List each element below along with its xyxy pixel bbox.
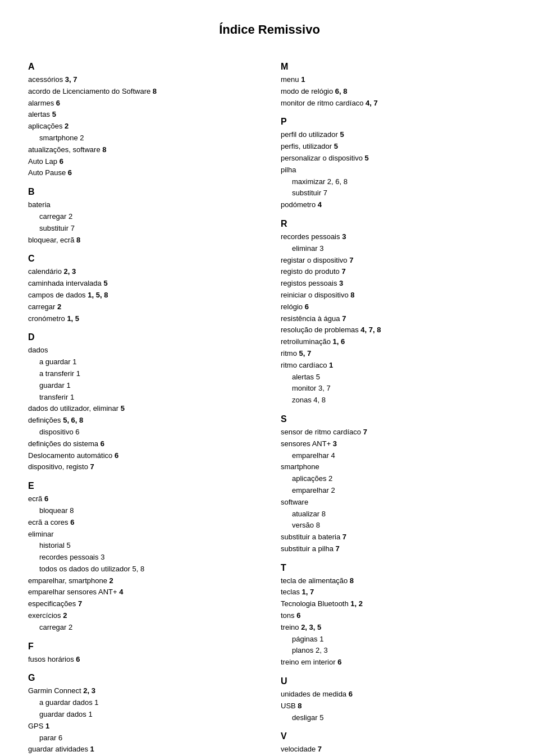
page-container: Índice Remissivo Aacessórios 3, 7acordo …	[0, 0, 539, 756]
index-item: carregar 2	[28, 622, 258, 634]
section-letter-f: F	[28, 642, 258, 652]
page-nums: 2, 3	[64, 267, 76, 276]
index-item: reiniciar o dispositivo 8	[281, 290, 511, 301]
page-nums: 7	[323, 189, 327, 197]
index-item: calendário 2, 3	[28, 266, 258, 278]
page-nums: 7	[336, 544, 340, 553]
index-item: perfil do utilizador 5	[281, 129, 511, 141]
page-nums: 1, 7	[302, 588, 314, 596]
page-nums: 3, 7	[65, 75, 77, 84]
page-nums: 1	[319, 635, 323, 643]
index-item: desligar 5	[281, 712, 511, 724]
index-item: caminhada intervalada 5	[28, 278, 258, 290]
index-item: alarmes 6	[28, 98, 258, 109]
index-item: retroiluminação 1, 6	[281, 336, 511, 348]
index-item: emparelhar sensores ANT+ 4	[28, 587, 258, 598]
page-nums: 2	[328, 474, 332, 483]
index-item: sensor de ritmo cardíaco 7	[281, 427, 511, 438]
page-nums: 5	[66, 541, 70, 549]
index-item: maximizar 2, 6, 8	[281, 176, 511, 188]
page-nums: 1	[90, 745, 94, 753]
page-nums: 2	[63, 611, 67, 620]
index-item: modo de relógio 6, 8	[281, 86, 511, 98]
page-nums: 6	[75, 428, 79, 436]
index-item: alertas 5	[28, 109, 258, 121]
index-item: emparelhar, smartphone 2	[28, 575, 258, 587]
page-nums: 5	[316, 373, 320, 381]
page-nums: 1	[66, 381, 70, 390]
page-nums: 6	[305, 303, 309, 311]
index-item: transferir 1	[28, 392, 258, 404]
section-letter-r: R	[281, 219, 511, 229]
page-nums: 6	[337, 658, 341, 666]
page-nums: 3	[342, 232, 346, 241]
index-item: a transferir 1	[28, 368, 258, 380]
page-nums: 2	[68, 623, 72, 631]
index-item: cronómetro 1, 5	[28, 313, 258, 325]
index-item: personalizar o dispositivo 5	[281, 153, 511, 164]
index-item: substituir a bateria 7	[281, 532, 511, 543]
index-item: zonas 4, 8	[281, 395, 511, 406]
page-nums: 5	[52, 110, 56, 118]
index-item: Auto Pause 6	[28, 167, 258, 179]
index-item: historial 5	[28, 540, 258, 552]
index-item: Garmin Connect 2, 3	[28, 685, 258, 697]
page-nums: 2	[65, 122, 68, 130]
index-item: eliminar 3	[281, 243, 511, 255]
index-item: podómetro 4	[281, 199, 511, 211]
index-item: Auto Lap 6	[28, 156, 258, 168]
index-item: recordes pessoais 3	[28, 552, 258, 563]
section-letter-m: M	[281, 62, 511, 72]
page-nums: 2, 6, 8	[327, 177, 348, 186]
page-nums: 5	[340, 130, 344, 139]
index-item: perfis, utilizador 5	[281, 141, 511, 153]
index-item: parar 6	[28, 732, 258, 744]
index-item: menu 1	[281, 74, 511, 86]
index-item: emparelhar 4	[281, 450, 511, 462]
page-nums: 6	[56, 99, 60, 107]
index-item: GPS 1	[28, 721, 258, 732]
page-nums: 7	[342, 314, 346, 323]
page-nums: 8	[316, 521, 320, 529]
index-item: dados	[28, 345, 258, 356]
section-letter-t: T	[281, 563, 511, 573]
section-letter-u: U	[281, 676, 511, 686]
index-item: emparelhar 2	[281, 485, 511, 497]
index-item: substituir 7	[281, 187, 511, 199]
page-nums: 8	[350, 576, 354, 585]
page-nums: 6	[60, 157, 63, 166]
index-item: carregar 2	[28, 211, 258, 223]
index-item: substituir 7	[28, 223, 258, 235]
column-right: Mmenu 1modo de relógio 6, 8monitor de ri…	[281, 54, 511, 756]
page-nums: 5, 7	[299, 349, 312, 358]
page-nums: 6	[115, 451, 118, 460]
index-item: USB 8	[281, 700, 511, 712]
page-nums: 7	[363, 428, 367, 436]
index-item: acordo de Licenciamento do Software 8	[28, 86, 258, 98]
index-item: aplicações 2	[28, 121, 258, 132]
index-item: a guardar dados 1	[28, 697, 258, 709]
page-nums: 7	[342, 533, 346, 541]
column-left: Aacessórios 3, 7acordo de Licenciamento …	[28, 54, 258, 756]
page-nums: 5	[121, 404, 125, 413]
page-nums: 3	[339, 279, 343, 287]
page-nums: 1	[70, 393, 74, 401]
page-nums: 1, 2	[350, 599, 363, 608]
page-nums: 1	[94, 698, 98, 707]
index-item: definições 5, 6, 8	[28, 415, 258, 427]
index-item: bloquear 8	[28, 505, 258, 517]
page-nums: 5, 8	[133, 565, 145, 573]
index-item: versão 8	[281, 520, 511, 532]
index-item: treino em interior 6	[281, 657, 511, 668]
page-nums: 8	[350, 291, 354, 299]
index-item: monitor de ritmo cardíaco 4, 7	[281, 98, 511, 109]
page-nums: 1	[45, 722, 49, 730]
content-columns: Aacessórios 3, 7acordo de Licenciamento …	[28, 54, 511, 756]
index-item: pilha	[281, 164, 511, 176]
index-item: dispositivo, registo 7	[28, 461, 258, 473]
index-item: atualizar 8	[281, 508, 511, 520]
page-nums: 2	[57, 303, 61, 311]
index-item: guardar 1	[28, 380, 258, 392]
index-item: eliminar	[28, 529, 258, 540]
index-item: bateria	[28, 199, 258, 211]
